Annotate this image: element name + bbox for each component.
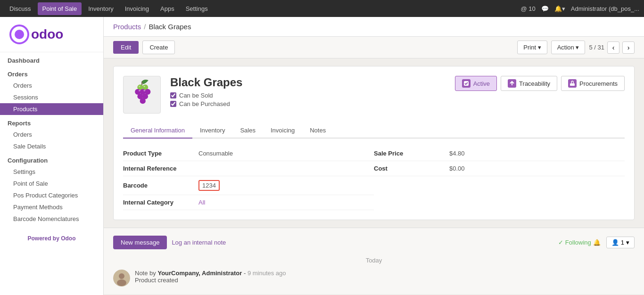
sidebar-item-sessions[interactable]: Sessions [0, 91, 103, 103]
chatter-section: New message Log an internal note ✓ Follo… [104, 228, 644, 294]
breadcrumb-parent[interactable]: Products [113, 23, 141, 31]
note-author: YourCompany, Administrator [157, 270, 242, 277]
procurements-icon [568, 79, 577, 88]
pager-text: 5 / 31 [589, 44, 604, 51]
create-button[interactable]: Create [142, 41, 175, 54]
svg-point-17 [119, 273, 124, 279]
barcode-value: 1234 [198, 180, 220, 191]
print-button[interactable]: Print ▾ [517, 41, 547, 54]
barcode-label: Barcode [123, 182, 198, 189]
product-type-field: Product Type Consumable Internal Referen… [123, 146, 374, 210]
cost-label: Cost [374, 165, 449, 172]
powered-by: Powered by Odoo [0, 229, 103, 247]
action-bar: Edit Create Print ▾ Action ▾ 5 / 31 ‹ › [104, 37, 644, 58]
nav-apps[interactable]: Apps [156, 2, 179, 15]
product-fields: Product Type Consumable Internal Referen… [123, 146, 625, 210]
nav-settings[interactable]: Settings [181, 2, 213, 15]
sidebar-item-products[interactable]: Products [0, 103, 103, 115]
new-message-button[interactable]: New message [113, 236, 167, 249]
top-navigation: Discuss Point of Sale Inventory Invoicin… [0, 0, 644, 17]
product-info: Black Grapes Can be Sold Can be Purchase… [170, 76, 446, 109]
note-avatar [113, 270, 130, 287]
product-header: Black Grapes Can be Sold Can be Purchase… [123, 76, 625, 114]
sidebar-section-dashboard[interactable]: Dashboard [0, 52, 103, 66]
product-type-row: Product Type Consumable [123, 146, 374, 161]
edit-button[interactable]: Edit [113, 41, 139, 54]
internal-category-value[interactable]: All [198, 199, 205, 206]
action-button[interactable]: Action ▾ [551, 41, 586, 54]
product-action-buttons: Active Traceability Procurements [455, 76, 625, 91]
sale-price-label: Sale Price [374, 150, 449, 157]
nav-inventory[interactable]: Inventory [83, 2, 118, 15]
tab-notes[interactable]: Notes [302, 123, 333, 139]
pager: 5 / 31 ‹ › [589, 41, 635, 54]
can-be-purchased-field: Can be Purchased [170, 100, 446, 107]
active-button[interactable]: Active [455, 76, 497, 91]
product-title: Black Grapes [170, 76, 446, 89]
tab-inventory[interactable]: Inventory [192, 123, 232, 139]
sidebar-item-barcode-nomenclatures[interactable]: Barcode Nomenclatures [0, 213, 103, 225]
tab-sales[interactable]: Sales [232, 123, 263, 139]
product-card: Black Grapes Can be Sold Can be Purchase… [113, 66, 635, 220]
notification-count[interactable]: @ 10 [520, 5, 535, 12]
procurements-button[interactable]: Procurements [561, 76, 625, 91]
odoo-logo-icon [9, 25, 33, 44]
sidebar-section-configuration[interactable]: Configuration [0, 152, 103, 166]
sidebar-logo: odoo [0, 17, 103, 52]
log-note-button[interactable]: Log an internal note [172, 239, 226, 246]
sale-price-value: $4.80 [449, 150, 465, 157]
svg-point-9 [140, 98, 146, 104]
sidebar-item-settings[interactable]: Settings [0, 166, 103, 178]
sidebar-item-sale-details[interactable]: Sale Details [0, 140, 103, 152]
note-entry: Note by YourCompany, Administrator - 9 m… [113, 270, 635, 287]
barcode-row: Barcode 1234 [123, 176, 374, 195]
alerts-icon[interactable]: 🔔▾ [554, 5, 565, 12]
sidebar-item-orders[interactable]: Orders [0, 80, 103, 91]
grape-image-svg [125, 78, 158, 111]
cost-value: $0.00 [449, 165, 465, 172]
pager-prev[interactable]: ‹ [607, 41, 619, 54]
odoo-logo: odoo [9, 25, 94, 44]
sidebar-item-reports-orders[interactable]: Orders [0, 129, 103, 140]
followers-chevron-icon: ▾ [626, 239, 629, 246]
message-bar: New message Log an internal note ✓ Follo… [113, 236, 635, 249]
note-text: Product created [135, 277, 178, 284]
breadcrumb-bar: Products / Black Grapes [104, 17, 644, 37]
product-image [123, 76, 161, 114]
nav-invoicing[interactable]: Invoicing [120, 2, 154, 15]
action-bar-right: Print ▾ Action ▾ 5 / 31 ‹ › [517, 41, 635, 54]
sidebar-item-point-of-sale[interactable]: Point of Sale [0, 178, 103, 189]
product-tabs: General Information Inventory Sales Invo… [123, 123, 625, 139]
active-icon [462, 79, 471, 88]
following-button[interactable]: ✓ Following 🔔 [558, 239, 601, 246]
followers-button[interactable]: 👤 1 ▾ [606, 237, 635, 248]
svg-rect-15 [570, 83, 575, 86]
tab-invoicing[interactable]: Invoicing [263, 123, 302, 139]
traceability-icon [508, 79, 516, 88]
product-type-value: Consumable [198, 150, 233, 157]
user-menu[interactable]: Administrator (db_pos_... [571, 5, 639, 12]
avatar-svg [113, 270, 130, 287]
sidebar-item-payment-methods[interactable]: Payment Methods [0, 201, 103, 213]
can-be-purchased-checkbox[interactable] [170, 101, 176, 107]
tab-general-information[interactable]: General Information [123, 123, 192, 139]
note-content: Note by YourCompany, Administrator - 9 m… [135, 270, 286, 287]
nav-discuss[interactable]: Discuss [5, 2, 36, 15]
pager-next[interactable]: › [622, 41, 635, 54]
following-section: ✓ Following 🔔 👤 1 ▾ [558, 237, 635, 248]
svg-point-1 [15, 30, 24, 39]
nav-point-of-sale[interactable]: Point of Sale [38, 2, 82, 15]
traceability-button[interactable]: Traceability [501, 76, 557, 91]
can-be-sold-checkbox[interactable] [170, 92, 176, 98]
internal-category-label: Internal Category [123, 199, 198, 206]
internal-category-row: Internal Category All [123, 195, 374, 210]
svg-point-12 [139, 86, 140, 88]
sidebar-item-pos-product-categories[interactable]: Pos Product Categories [0, 189, 103, 201]
breadcrumb-current: Black Grapes [149, 23, 191, 31]
top-nav-right: @ 10 💬 🔔▾ Administrator (db_pos_... [520, 5, 639, 12]
messages-icon[interactable]: 💬 [541, 5, 549, 12]
sidebar-section-orders[interactable]: Orders [0, 66, 103, 80]
internal-reference-label: Internal Reference [123, 165, 198, 172]
note-prefix: Note by [135, 270, 157, 277]
sidebar-section-reports[interactable]: Reports [0, 115, 103, 129]
